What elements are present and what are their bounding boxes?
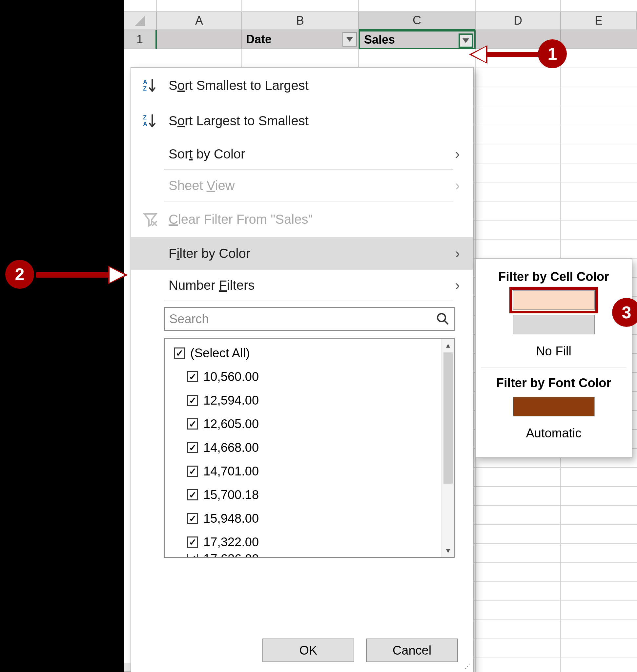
cancel-button[interactable]: Cancel	[366, 638, 458, 662]
cell-empty[interactable]	[476, 506, 561, 525]
cell-empty[interactable]	[561, 201, 637, 220]
cell-empty[interactable]	[157, 49, 242, 68]
checkbox-icon[interactable]: ✓	[187, 465, 198, 477]
checkbox-icon[interactable]: ✓	[187, 418, 198, 429]
cell-empty[interactable]	[476, 68, 561, 87]
cell-empty[interactable]	[561, 487, 637, 506]
cell-empty[interactable]	[476, 106, 561, 125]
cell-empty[interactable]	[476, 525, 561, 544]
checkbox-icon[interactable]: ✓	[187, 442, 198, 453]
cell-empty[interactable]	[476, 544, 561, 563]
cell-empty[interactable]	[561, 182, 637, 201]
resize-grip-icon[interactable]: ⋰	[465, 665, 471, 671]
no-fill-option[interactable]: No Fill	[476, 339, 632, 366]
checkbox-icon[interactable]: ✓	[187, 489, 198, 500]
cell-empty[interactable]	[476, 639, 561, 658]
cell-empty[interactable]	[476, 582, 561, 601]
cell-B1[interactable]: Date	[242, 30, 359, 49]
search-input[interactable]: Search	[164, 307, 455, 331]
scroll-down-icon[interactable]: ▾	[442, 544, 454, 557]
cell-empty[interactable]	[476, 163, 561, 182]
cell-empty[interactable]	[476, 144, 561, 163]
cell-empty[interactable]	[561, 601, 637, 620]
cell-empty[interactable]	[476, 487, 561, 506]
sort-ascending[interactable]: A Z Sort Smallest to Largest	[131, 68, 473, 103]
cell-empty[interactable]	[476, 601, 561, 620]
scroll-thumb[interactable]	[443, 352, 453, 484]
ok-button[interactable]: OK	[262, 638, 354, 662]
cell-empty[interactable]	[476, 468, 561, 487]
cell-empty[interactable]	[359, 49, 476, 68]
cell-empty[interactable]	[476, 182, 561, 201]
clear-filter-icon	[140, 211, 160, 227]
font-color-swatch-1[interactable]	[513, 397, 595, 417]
cell-empty[interactable]	[561, 544, 637, 563]
filter-value[interactable]: ✓15,700.18	[174, 483, 454, 507]
cell-empty[interactable]	[476, 125, 561, 144]
checkbox-icon[interactable]: ✓	[174, 348, 185, 359]
col-B[interactable]: B	[242, 12, 359, 30]
select-all[interactable]: ✓(Select All)	[174, 341, 454, 365]
number-filters[interactable]: Number Filters ›	[131, 270, 473, 301]
cell-empty[interactable]	[476, 620, 561, 639]
checkbox-icon[interactable]: ✓	[187, 513, 198, 524]
svg-text:Z: Z	[143, 114, 147, 121]
cell-empty[interactable]	[561, 658, 637, 672]
cell-color-swatch-1[interactable]	[513, 290, 595, 310]
callout-2: 2	[5, 260, 34, 289]
cell-empty[interactable]	[561, 163, 637, 182]
cell-empty[interactable]	[476, 240, 561, 259]
sort-descending[interactable]: Z A Sort Largest to Smallest	[131, 103, 473, 139]
filter-value[interactable]: ✓14,668.00	[174, 436, 454, 459]
col-A[interactable]: A	[157, 12, 242, 30]
filter-value[interactable]: ✓15,948.00	[174, 507, 454, 530]
checkbox-icon[interactable]: ✓	[187, 536, 198, 548]
sort-by-color[interactable]: Sort by Color ›	[131, 139, 473, 169]
cell-empty[interactable]	[561, 125, 637, 144]
cell-empty[interactable]	[561, 220, 637, 240]
checkbox-icon[interactable]: ✓	[187, 554, 198, 558]
filter-value[interactable]: ✓14,701.00	[174, 459, 454, 483]
cell-empty[interactable]	[476, 201, 561, 220]
col-D[interactable]: D	[476, 12, 561, 30]
filter-value[interactable]: ✓17,322.00	[174, 530, 454, 554]
cell-empty[interactable]	[561, 468, 637, 487]
filter-by-color[interactable]: Filter by Color ›	[131, 238, 473, 269]
cell-empty[interactable]	[561, 639, 637, 658]
automatic-option[interactable]: Automatic	[476, 421, 632, 448]
checkbox-icon[interactable]: ✓	[187, 371, 198, 382]
select-all-corner[interactable]	[124, 12, 157, 30]
cell-empty[interactable]	[561, 240, 637, 259]
filter-value[interactable]: ✓12,605.00	[174, 412, 454, 436]
scroll-up-icon[interactable]: ▴	[442, 339, 454, 352]
filter-button-date[interactable]	[343, 32, 357, 47]
cell-empty[interactable]	[476, 220, 561, 240]
cell-empty[interactable]	[476, 658, 561, 672]
cell-empty[interactable]	[476, 563, 561, 582]
cell-empty[interactable]	[561, 506, 637, 525]
col-C[interactable]: C	[359, 12, 476, 30]
col-E[interactable]: E	[561, 12, 637, 30]
filter-value[interactable]: ✓12,594.00	[174, 389, 454, 412]
cell-empty[interactable]	[561, 144, 637, 163]
cell-empty[interactable]	[561, 582, 637, 601]
cell-empty[interactable]	[561, 68, 637, 87]
cell-empty[interactable]	[561, 87, 637, 106]
checkbox-icon[interactable]: ✓	[187, 395, 198, 406]
cell-A1[interactable]	[157, 30, 242, 49]
cell-empty[interactable]	[242, 49, 359, 68]
cell-empty[interactable]	[561, 563, 637, 582]
filter-value[interactable]: ✓10,560.00	[174, 365, 454, 389]
cell-empty[interactable]	[561, 106, 637, 125]
filter-value-cut[interactable]: ✓17,626.00	[174, 554, 454, 558]
scrollbar[interactable]: ▴ ▾	[441, 339, 454, 557]
row-1[interactable]: 1	[124, 30, 157, 49]
cell-empty[interactable]	[561, 620, 637, 639]
cell-empty[interactable]	[561, 49, 637, 68]
cell-empty[interactable]	[561, 525, 637, 544]
cell-color-swatch-2[interactable]	[513, 315, 595, 334]
header-date: Date	[246, 33, 272, 46]
cell-C1[interactable]: Sales	[359, 30, 476, 49]
cell-empty[interactable]	[476, 87, 561, 106]
cell-E1[interactable]	[561, 30, 637, 49]
